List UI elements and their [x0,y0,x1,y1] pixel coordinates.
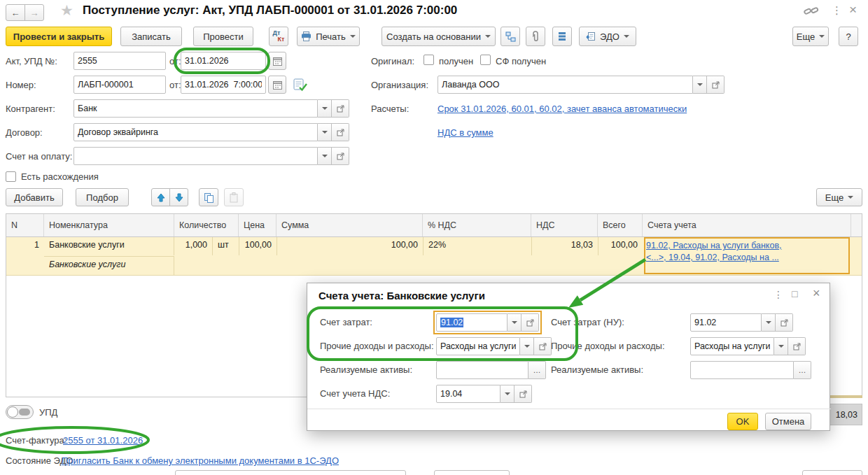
act-date-calendar-button[interactable] [268,52,286,70]
discrepancy-checkbox[interactable] [6,171,16,182]
cost-account-nu-open-button[interactable] [776,313,793,332]
save-button[interactable]: Записать [120,27,182,46]
cell-n[interactable]: 1 [6,237,44,255]
bottom-field-partial-2[interactable] [434,470,510,475]
close-window-icon[interactable]: × [849,2,857,17]
column-header-nomenclature[interactable]: Номенклатура [44,214,174,236]
invoice-link[interactable]: 2555 от 31.01.2026 [63,435,143,446]
post-button[interactable]: Провести [193,27,253,46]
column-header-sum[interactable]: Сумма [276,214,423,236]
vat-account-open-button[interactable] [514,385,532,403]
copy-rows-button[interactable] [199,188,218,206]
upd-toggle-track [19,409,30,416]
organization-open-button[interactable] [707,76,724,94]
add-row-button[interactable]: Добавить [6,188,63,206]
reports-button[interactable] [552,27,572,46]
doc-number-field[interactable] [74,76,166,94]
print-button[interactable]: Печать [297,27,360,46]
favorite-star-icon[interactable]: ★ [60,2,74,19]
other-income-nu-dropdown-button[interactable] [774,337,788,355]
column-header-accounts[interactable]: Счета учета [643,214,851,236]
assets-field[interactable] [436,361,528,379]
assets-label: Реализуемые активы: [320,364,412,375]
payment-invoice-open-button[interactable] [332,147,349,165]
act-number-label: Акт, УПД №: [6,56,57,66]
back-button[interactable]: ← [6,4,25,21]
dt-kt-icon: ДтКт [273,30,285,43]
cell-total[interactable]: 100,00 [598,237,643,255]
cell-unit[interactable]: шт [212,237,239,255]
column-header-vat[interactable]: НДС [531,214,598,236]
contractor-field[interactable] [74,99,318,118]
cell-nomenclature[interactable]: Банковские услуги [44,237,174,255]
column-header-vat-rate[interactable]: % НДС [423,214,531,236]
payment-invoice-field[interactable] [74,147,318,165]
organization-dropdown-button[interactable] [693,76,707,94]
other-income-nu-open-button[interactable] [788,337,806,355]
dialog-maximize-icon[interactable]: □ [792,288,797,299]
other-income-field[interactable] [436,337,520,355]
edo-invite-link[interactable]: Пригласить Банк к обмену электронными до… [62,455,339,466]
column-header-total[interactable]: Всего [598,214,643,236]
payment-invoice-dropdown-button[interactable] [318,147,332,165]
upd-toggle[interactable] [6,405,34,419]
other-income-dropdown-button[interactable] [520,337,534,355]
contract-field-group [74,123,349,141]
cell-vat-rate[interactable]: 22% [423,237,531,255]
cell-price[interactable]: 100,00 [239,237,276,255]
pick-button[interactable]: Подбор [76,188,129,206]
cell-vat[interactable]: 18,03 [531,237,598,255]
assets-nu-field[interactable] [690,361,794,379]
dt-kt-postings-button[interactable]: ДтКт [269,27,288,46]
cell-qty[interactable]: 1,000 [174,237,212,255]
set-time-check-icon[interactable] [293,78,307,92]
vat-account-dropdown-button[interactable] [500,385,514,403]
column-header-qty[interactable]: Количество [174,214,239,236]
doc-datetime-field[interactable] [181,76,266,94]
vat-account-field[interactable] [436,385,500,403]
assets-ellipsis-button[interactable]: … [528,361,546,379]
contract-field[interactable] [74,123,318,141]
table-more-button[interactable]: Еще [816,188,862,206]
sf-received-checkbox[interactable] [480,55,491,65]
more-actions-button[interactable]: Еще [792,27,829,46]
paste-rows-button[interactable] [224,188,244,206]
column-header-n[interactable]: N [6,214,44,236]
organization-field[interactable] [438,76,693,94]
assets-nu-ellipsis-button[interactable]: … [794,361,811,379]
window-menu-icon[interactable]: ⋮ [832,4,842,17]
help-button[interactable]: ? [839,27,858,46]
doc-date-calendar-button[interactable] [268,76,286,94]
column-header-price[interactable]: Цена [239,214,276,236]
dialog-menu-icon[interactable]: ⋮ [774,289,783,300]
settlements-link[interactable]: Срок 31.01.2026, 60.01, 60.02, зачет ава… [438,104,687,114]
edo-button[interactable]: ЭДО [579,27,636,46]
contractor-dropdown-button[interactable] [318,99,332,118]
cost-account-nu-dropdown-button[interactable] [762,313,776,332]
create-based-on-button[interactable]: Создать на основании [382,27,496,46]
cost-account-nu-field[interactable] [690,313,762,332]
vat-in-sum-link[interactable]: НДС в сумме [438,127,493,138]
original-received-checkbox[interactable] [424,55,434,65]
dialog-close-icon[interactable]: × [813,286,820,301]
dialog-cancel-button[interactable]: Отмена [765,413,811,430]
bottom-field-partial-3[interactable] [802,470,862,475]
other-income-nu-field[interactable] [690,337,774,355]
move-row-down-button[interactable] [169,188,188,206]
bottom-field-partial-1[interactable] [175,470,406,475]
other-income-open-button[interactable] [534,337,552,355]
forward-button[interactable]: → [24,4,44,21]
cell-sum[interactable]: 100,00 [276,237,423,255]
contract-open-button[interactable] [332,123,349,141]
post-and-close-button[interactable]: Провести и закрыть [6,27,112,46]
move-row-up-button[interactable] [151,188,170,206]
dialog-ok-button[interactable]: OK [727,413,758,430]
act-date-field[interactable] [181,52,266,70]
contract-dropdown-button[interactable] [318,123,332,141]
cell-content[interactable]: Банковские услуги [44,257,174,275]
contractor-open-button[interactable] [332,99,349,118]
get-link-icon[interactable] [804,6,819,17]
attachments-button[interactable] [526,27,545,46]
related-documents-button[interactable] [500,27,520,46]
act-number-field[interactable] [74,52,166,70]
